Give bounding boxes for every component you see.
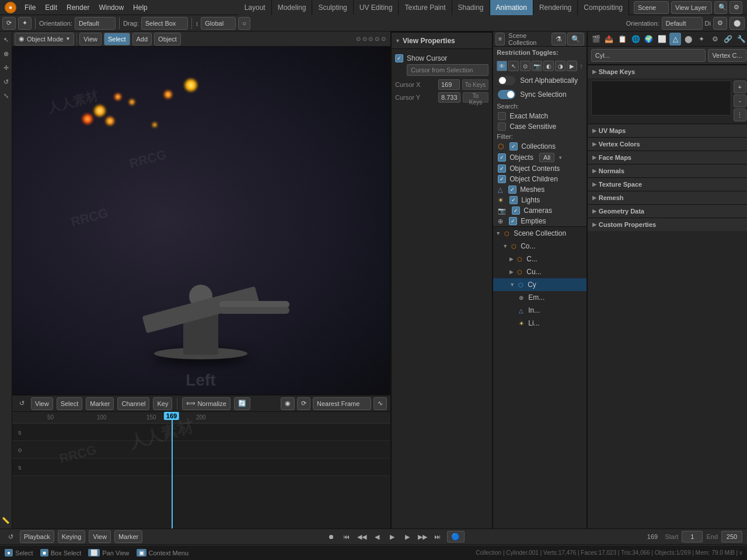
restr-view-btn[interactable]: 👁 <box>497 61 507 71</box>
face-maps-header[interactable]: ▶ Face Maps <box>588 151 747 164</box>
orientation-selector[interactable]: Default <box>75 17 116 30</box>
cyl-selector[interactable]: Cyl... <box>591 49 706 62</box>
cursor-tool-btn[interactable]: ⊕ <box>0 48 12 60</box>
marker-menu-transport[interactable]: Marker <box>114 530 142 543</box>
search-toggle[interactable]: 🔍 <box>567 33 584 46</box>
cursor-y-to-keys[interactable]: To Keys <box>463 92 489 103</box>
prop-tab-world[interactable]: 🌍 <box>643 33 655 46</box>
transform-mode-btn[interactable]: ⟳ <box>2 17 16 30</box>
restr-more-btn[interactable]: ▶ <box>567 61 577 71</box>
record-btn-transport[interactable]: ⏺ <box>326 531 337 542</box>
restr-render-btn[interactable]: 📷 <box>532 61 542 71</box>
outliner-item-li[interactable]: ☀ Li... <box>493 317 587 330</box>
outliner-item-cy[interactable]: ▼ ⬡ Cy <box>493 278 587 291</box>
wave-selector[interactable]: ∿ <box>374 397 387 410</box>
cursor-from-selection-btn[interactable]: Cursor from Selection <box>407 64 488 76</box>
view-layer-selector[interactable]: View Layer <box>671 1 712 14</box>
outliner-item-co[interactable]: ▼ ⬡ Co... <box>493 240 587 253</box>
start-frame-value[interactable]: 1 <box>682 531 703 542</box>
add-shape-key-btn[interactable]: + <box>734 80 746 93</box>
select-tool-btn[interactable]: ↖ <box>0 34 12 46</box>
prop-tab-scene[interactable]: 🌐 <box>630 33 642 46</box>
prev-keyframe-btn[interactable]: ◀ <box>371 531 383 542</box>
playback-menu[interactable]: Playback <box>20 530 54 543</box>
keys-list[interactable] <box>591 80 731 116</box>
outliner-item-cu[interactable]: ▶ ⬡ Cu... <box>493 265 587 278</box>
refresh-btn[interactable]: 🔄 <box>234 397 250 410</box>
object-menu[interactable]: Object <box>154 33 181 46</box>
cursor-y-value[interactable]: 8.733 <box>438 92 460 103</box>
prop-tab-material[interactable]: ⬤ <box>682 33 694 46</box>
prev-frame-btn[interactable]: ◀◀ <box>356 531 368 542</box>
cursor-x-value[interactable]: 169 <box>438 79 460 90</box>
move-tool-btn[interactable]: ✛ <box>0 62 12 74</box>
scene-selector[interactable]: Scene <box>634 1 669 14</box>
tab-compositing[interactable]: Compositing <box>578 0 629 15</box>
meshes-checkbox[interactable]: ✓ <box>508 186 516 194</box>
anim-transform-btn[interactable]: ↺ <box>16 398 27 410</box>
view-menu-tl[interactable]: View <box>31 397 53 410</box>
sync-toggle[interactable] <box>498 90 515 99</box>
cameras-checkbox[interactable]: ✓ <box>512 206 520 215</box>
prop-tab-render[interactable]: 🎬 <box>590 33 602 46</box>
marker-menu-tl[interactable]: Marker <box>86 397 114 410</box>
outliner-item-in[interactable]: △ In... <box>493 304 587 317</box>
collections-checkbox[interactable]: ✓ <box>509 142 518 150</box>
select-menu[interactable]: Select <box>104 33 130 46</box>
restr-hide-btn[interactable]: ⊙ <box>520 61 530 71</box>
normals-header[interactable]: ▶ Normals <box>588 164 747 177</box>
tab-texture-paint[interactable]: Texture Paint <box>399 0 452 15</box>
texture-space-header[interactable]: ▶ Texture Space <box>588 178 747 191</box>
filter-btn[interactable]: ⚙ <box>729 1 742 14</box>
restr-holdout-btn[interactable]: ◐ <box>543 61 554 71</box>
playback-icon[interactable]: ↺ <box>5 531 16 542</box>
props-scroll-area[interactable]: Cyl... Vertex C... ▶ Shape Keys + - <box>588 47 747 528</box>
outliner-item-em[interactable]: ⊕ Em... <box>493 291 587 304</box>
next-keyframe-btn[interactable]: ▶ <box>402 531 413 542</box>
drag-selector[interactable]: Select Box <box>141 17 188 30</box>
objects-checkbox[interactable]: ✓ <box>498 153 506 162</box>
frame-rate-selector[interactable]: Nearest Frame <box>313 397 371 410</box>
gizmo-options[interactable]: ⚙ <box>713 17 727 30</box>
object-contents-checkbox[interactable]: ✓ <box>498 164 506 173</box>
move-shape-key-btn[interactable]: ⋮ <box>734 108 746 121</box>
shape-keys-header[interactable]: ▶ Shape Keys <box>588 65 747 78</box>
normalize-btn[interactable]: ⟺ Normalize <box>182 397 231 410</box>
outliner-item-scene-collection[interactable]: ▼ ⬡ Scene Collection <box>493 227 587 240</box>
channel-menu-tl[interactable]: Channel <box>117 397 149 410</box>
case-sensitive-checkbox[interactable] <box>498 123 506 131</box>
vertex-col-btn[interactable]: Vertex C... <box>708 49 746 62</box>
prop-tab-modifiers[interactable]: 🔧 <box>735 33 747 46</box>
scale-tool-btn[interactable]: ⤡ <box>0 90 12 102</box>
objects-filter-select[interactable]: All <box>539 153 554 162</box>
play-btn[interactable]: ▶ <box>386 531 398 542</box>
restr-indirect-btn[interactable]: ◑ <box>555 61 566 71</box>
menu-edit[interactable]: Edit <box>40 2 62 13</box>
proportional-btn[interactable]: ○ <box>238 17 250 30</box>
prop-tab-mesh[interactable]: △ <box>669 33 682 46</box>
dopesheet-content[interactable]: 50 100 150 200 169 s <box>12 412 390 528</box>
menu-render[interactable]: Render <box>62 2 94 13</box>
outliner-display-mode[interactable]: ≡ <box>495 33 505 46</box>
keying-menu[interactable]: Keying <box>58 530 86 543</box>
view-menu[interactable]: View <box>79 33 102 46</box>
orientation-selector-r[interactable]: Default <box>662 17 703 30</box>
prop-tab-output[interactable]: 📤 <box>603 33 615 46</box>
prop-tab-physics[interactable]: ⚙ <box>709 33 721 46</box>
prop-tab-object[interactable]: ⬜ <box>656 33 668 46</box>
outliner-item-c[interactable]: ▶ ⬡ C... <box>493 253 587 265</box>
tab-layout[interactable]: Layout <box>239 0 272 15</box>
add-menu[interactable]: Add <box>132 33 152 46</box>
menu-window[interactable]: Window <box>94 2 128 13</box>
select-menu-tl[interactable]: Select <box>57 397 83 410</box>
measure-tool-btn[interactable]: 📏 <box>0 514 12 526</box>
exact-match-checkbox[interactable] <box>498 112 506 120</box>
rotate-tool-btn[interactable]: ↺ <box>0 76 12 88</box>
lights-checkbox[interactable]: ✓ <box>509 196 518 204</box>
record-btn[interactable]: ◉ <box>281 397 295 410</box>
menu-help[interactable]: Help <box>128 2 152 13</box>
sync-btn[interactable]: ⟳ <box>297 397 310 410</box>
object-mode-selector[interactable]: ◉ Object Mode ▼ <box>15 33 74 46</box>
remove-shape-key-btn[interactable]: - <box>734 94 746 107</box>
view-menu-transport[interactable]: View <box>89 530 111 543</box>
